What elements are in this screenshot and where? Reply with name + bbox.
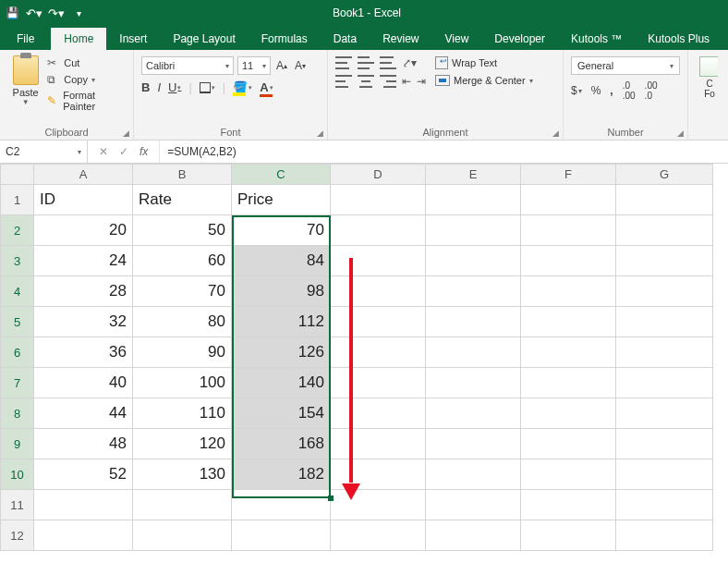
cell[interactable]: [331, 215, 426, 246]
align-bottom-icon[interactable]: [380, 56, 396, 69]
increase-decimal-button[interactable]: .0.00: [623, 80, 636, 101]
cell[interactable]: [616, 490, 713, 520]
cell[interactable]: [426, 398, 521, 429]
cell[interactable]: [331, 307, 426, 337]
cut-button[interactable]: Cut: [47, 56, 126, 69]
tab-page-layout[interactable]: Page Layout: [160, 28, 248, 50]
cell[interactable]: [426, 459, 521, 490]
row-header[interactable]: 3: [1, 246, 34, 276]
cell[interactable]: [616, 368, 713, 398]
cell[interactable]: [616, 307, 713, 337]
cell[interactable]: [34, 490, 133, 520]
cell[interactable]: [331, 520, 426, 551]
cell[interactable]: [331, 246, 426, 276]
row-header[interactable]: 10: [1, 459, 34, 490]
col-header-D[interactable]: D: [331, 165, 426, 185]
cancel-formula-icon[interactable]: ✕: [99, 145, 108, 158]
cell[interactable]: 154: [232, 398, 331, 429]
cell[interactable]: 80: [133, 307, 232, 337]
merge-center-button[interactable]: Merge & Center▾: [435, 75, 533, 86]
percent-format-button[interactable]: %: [591, 84, 601, 97]
cell[interactable]: [331, 276, 426, 307]
cell[interactable]: 168: [232, 429, 331, 459]
cell[interactable]: [521, 368, 616, 398]
tab-file[interactable]: File: [0, 28, 51, 50]
cell[interactable]: 130: [133, 459, 232, 490]
cell[interactable]: 32: [34, 307, 133, 337]
cell[interactable]: [521, 459, 616, 490]
cell[interactable]: [426, 307, 521, 337]
bold-button[interactable]: B: [141, 80, 150, 94]
cell[interactable]: [616, 185, 713, 215]
cell[interactable]: [331, 490, 426, 520]
italic-button[interactable]: I: [157, 80, 161, 94]
cell[interactable]: [331, 398, 426, 429]
qat-customize-icon[interactable]: ▾: [72, 6, 85, 19]
cell[interactable]: [521, 215, 616, 246]
cell[interactable]: 48: [34, 429, 133, 459]
redo-icon[interactable]: ↷▾: [50, 6, 63, 19]
copy-button[interactable]: Copy▾: [47, 73, 126, 86]
cell[interactable]: [616, 429, 713, 459]
col-header-E[interactable]: E: [426, 165, 521, 185]
cell[interactable]: [331, 368, 426, 398]
tab-kutools-plus[interactable]: Kutools Plus: [635, 28, 722, 50]
cell[interactable]: 52: [34, 459, 133, 490]
increase-indent-icon[interactable]: ⇥: [417, 75, 426, 88]
underline-button[interactable]: U▾: [168, 80, 181, 94]
cell[interactable]: [426, 429, 521, 459]
fx-icon[interactable]: fx: [140, 145, 148, 158]
wrap-text-button[interactable]: Wrap Text: [435, 56, 533, 69]
save-icon[interactable]: 💾: [6, 6, 18, 19]
dialog-launcher-icon[interactable]: ◢: [123, 128, 129, 138]
align-top-icon[interactable]: [335, 56, 352, 69]
cell[interactable]: 40: [34, 368, 133, 398]
cell-active[interactable]: 70: [232, 215, 331, 246]
cell[interactable]: [426, 490, 521, 520]
cell[interactable]: ID: [34, 185, 133, 215]
cell[interactable]: [616, 215, 713, 246]
dialog-launcher-icon[interactable]: ◢: [317, 128, 323, 138]
row-header[interactable]: 4: [1, 276, 34, 307]
cell[interactable]: 140: [232, 368, 331, 398]
cell[interactable]: [521, 429, 616, 459]
cell[interactable]: [521, 398, 616, 429]
tab-review[interactable]: Review: [370, 28, 431, 50]
undo-icon[interactable]: ↶▾: [28, 6, 41, 19]
cell[interactable]: Rate: [133, 185, 232, 215]
col-header-B[interactable]: B: [133, 165, 232, 185]
dialog-launcher-icon[interactable]: ◢: [552, 128, 559, 138]
tab-view[interactable]: View: [432, 28, 482, 50]
increase-font-icon[interactable]: A▴: [274, 59, 289, 72]
cell[interactable]: [331, 459, 426, 490]
enter-formula-icon[interactable]: ✓: [119, 145, 128, 158]
col-header-C[interactable]: C: [232, 165, 331, 185]
tab-data[interactable]: Data: [321, 28, 370, 50]
cell[interactable]: [521, 276, 616, 307]
number-format-combo[interactable]: General▾: [571, 56, 680, 75]
select-all-corner[interactable]: [1, 165, 34, 185]
cell[interactable]: 98: [232, 276, 331, 307]
cell[interactable]: 28: [34, 276, 133, 307]
cell[interactable]: 84: [232, 246, 331, 276]
cell[interactable]: [616, 520, 713, 551]
align-center-icon[interactable]: [358, 75, 374, 88]
name-box[interactable]: C2▾: [0, 141, 88, 163]
cell[interactable]: 44: [34, 398, 133, 429]
row-header[interactable]: 2: [1, 215, 34, 246]
col-header-F[interactable]: F: [521, 165, 616, 185]
cell[interactable]: [426, 520, 521, 551]
cell[interactable]: [426, 246, 521, 276]
cell[interactable]: 60: [133, 246, 232, 276]
comma-format-button[interactable]: ,: [610, 84, 613, 97]
tab-home[interactable]: Home: [51, 28, 106, 50]
border-button[interactable]: ▾: [200, 82, 215, 93]
font-size-combo[interactable]: 11▾: [237, 56, 271, 75]
row-header[interactable]: 8: [1, 398, 34, 429]
cell[interactable]: [232, 490, 331, 520]
cell[interactable]: [521, 520, 616, 551]
cell[interactable]: [616, 398, 713, 429]
cell[interactable]: 182: [232, 459, 331, 490]
cell[interactable]: [232, 520, 331, 551]
cell[interactable]: [426, 215, 521, 246]
